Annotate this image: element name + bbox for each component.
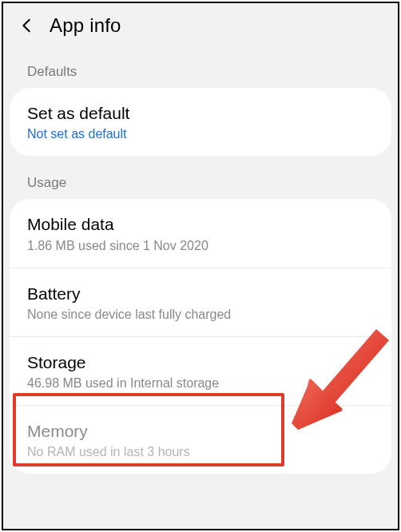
defaults-card: Set as default Not set as default	[10, 88, 391, 156]
mobile-data-subtitle: 1.86 MB used since 1 Nov 2020	[27, 239, 374, 253]
app-info-screen: App info Defaults Set as default Not set…	[2, 2, 399, 530]
storage-title: Storage	[27, 351, 374, 373]
section-header-defaults: Defaults	[3, 45, 398, 88]
memory-title: Memory	[27, 420, 374, 442]
usage-card: Mobile data 1.86 MB used since 1 Nov 202…	[10, 199, 391, 474]
battery-subtitle: None since device last fully charged	[27, 308, 374, 322]
header-bar: App info	[3, 3, 398, 45]
memory-subtitle: No RAM used in last 3 hours	[27, 445, 374, 459]
storage-subtitle: 46.98 MB used in Internal storage	[27, 376, 374, 391]
page-title: App info	[50, 14, 121, 37]
battery-item[interactable]: Battery None since device last fully cha…	[10, 268, 391, 336]
battery-title: Battery	[27, 283, 374, 304]
set-as-default-item[interactable]: Set as default Not set as default	[10, 88, 391, 156]
mobile-data-item[interactable]: Mobile data 1.86 MB used since 1 Nov 202…	[10, 199, 391, 267]
storage-item[interactable]: Storage 46.98 MB used in Internal storag…	[10, 336, 391, 405]
memory-item[interactable]: Memory No RAM used in last 3 hours	[10, 405, 391, 474]
set-as-default-subtitle: Not set as default	[27, 127, 374, 141]
mobile-data-title: Mobile data	[27, 213, 374, 235]
back-icon[interactable]	[16, 14, 38, 37]
section-header-usage: Usage	[3, 156, 398, 199]
set-as-default-title: Set as default	[27, 102, 374, 124]
